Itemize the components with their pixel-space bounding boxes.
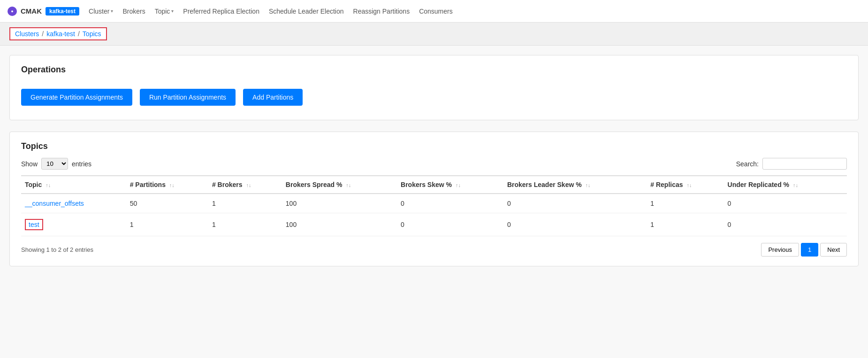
search-box: Search: (736, 158, 847, 170)
breadcrumb: Clusters / kafka-test / Topics (9, 27, 107, 40)
cell-partitions: 50 (126, 194, 208, 213)
table-row: test111000010 (21, 213, 847, 236)
operations-section: Operations Generate Partition Assignment… (9, 55, 859, 120)
col-brokers[interactable]: # Brokers ↑↓ (208, 176, 282, 194)
col-partitions[interactable]: # Partitions ↑↓ (126, 176, 208, 194)
nav-consumers[interactable]: Consumers (419, 8, 453, 15)
nav-brokers[interactable]: Brokers (122, 8, 145, 15)
sort-icon-replicas: ↑↓ (686, 182, 692, 188)
sort-icon-skew: ↑↓ (456, 182, 461, 188)
brand-label: CMAK (21, 7, 42, 15)
topics-section: Topics Show 10 25 50 100 entries Search: (9, 132, 859, 266)
run-partition-assignments-button[interactable]: Run Partition Assignments (140, 89, 236, 106)
nav-cluster[interactable]: Cluster ▾ (89, 8, 113, 15)
chevron-down-icon-2: ▾ (171, 8, 174, 14)
breadcrumb-bar: Clusters / kafka-test / Topics (0, 23, 868, 46)
topics-table: Topic ↑↓ # Partitions ↑↓ # Brokers ↑↓ Br… (21, 175, 847, 236)
search-label: Search: (736, 160, 759, 168)
table-footer: Showing 1 to 2 of 2 entries Previous 1 N… (21, 243, 847, 257)
table-header-row: Topic ↑↓ # Partitions ↑↓ # Brokers ↑↓ Br… (21, 176, 847, 194)
chevron-down-icon: ▾ (111, 8, 113, 14)
col-skew[interactable]: Brokers Skew % ↑↓ (397, 176, 503, 194)
operations-title: Operations (21, 65, 847, 75)
cell-replicas: 1 (647, 213, 723, 236)
breadcrumb-kafka-test[interactable]: kafka-test (46, 30, 75, 38)
pagination: Previous 1 Next (761, 243, 847, 257)
showing-text: Showing 1 to 2 of 2 entries (21, 246, 93, 253)
breadcrumb-clusters[interactable]: Clusters (15, 30, 39, 38)
cell-under_replicated: 0 (724, 213, 847, 236)
cell-leader_skew: 0 (503, 213, 647, 236)
nav-schedule-leader[interactable]: Schedule Leader Election (269, 8, 344, 15)
breadcrumb-sep-2: / (78, 30, 80, 38)
entries-label: entries (72, 160, 91, 168)
sort-icon-partitions: ↑↓ (169, 182, 175, 188)
col-leader-skew[interactable]: Brokers Leader Skew % ↑↓ (503, 176, 647, 194)
show-label: Show (21, 160, 38, 168)
cell-skew: 0 (397, 213, 503, 236)
navbar: ● CMAK kafka-test Cluster ▾ Brokers Topi… (0, 0, 868, 23)
nav-topic[interactable]: Topic ▾ (155, 8, 174, 15)
topic-link[interactable]: __consumer_offsets (25, 200, 84, 207)
table-row: __consumer_offsets5011000010 (21, 194, 847, 213)
sort-icon-leader-skew: ↑↓ (586, 182, 591, 188)
brand-icon: ● (8, 7, 17, 16)
topic-cell: __consumer_offsets (21, 194, 126, 213)
sort-icon-topic: ↑↓ (46, 182, 51, 188)
search-input[interactable] (762, 158, 847, 170)
generate-partition-assignments-button[interactable]: Generate Partition Assignments (21, 89, 132, 106)
cell-spread: 100 (282, 213, 397, 236)
topic-link-highlighted[interactable]: test (25, 219, 43, 230)
sort-icon-brokers: ↑↓ (246, 182, 251, 188)
brand: ● CMAK kafka-test (8, 7, 79, 16)
previous-page-button[interactable]: Previous (761, 243, 799, 257)
nav-preferred-replica[interactable]: Preferred Replica Election (183, 8, 259, 15)
col-under-replicated[interactable]: Under Replicated % ↑↓ (724, 176, 847, 194)
add-partitions-button[interactable]: Add Partitions (243, 89, 303, 106)
cell-skew: 0 (397, 194, 503, 213)
col-replicas[interactable]: # Replicas ↑↓ (647, 176, 723, 194)
table-controls: Show 10 25 50 100 entries Search: (21, 158, 847, 170)
page-1-button[interactable]: 1 (801, 243, 818, 257)
breadcrumb-sep-1: / (42, 30, 44, 38)
next-page-button[interactable]: Next (820, 243, 847, 257)
cell-leader_skew: 0 (503, 194, 647, 213)
cell-brokers: 1 (208, 213, 282, 236)
show-entries-control: Show 10 25 50 100 entries (21, 158, 91, 170)
col-topic[interactable]: Topic ↑↓ (21, 176, 126, 194)
operations-buttons: Generate Partition Assignments Run Parti… (21, 84, 847, 110)
cell-replicas: 1 (647, 194, 723, 213)
cell-under_replicated: 0 (724, 194, 847, 213)
cluster-badge[interactable]: kafka-test (46, 7, 79, 16)
col-spread[interactable]: Brokers Spread % ↑↓ (282, 176, 397, 194)
cell-spread: 100 (282, 194, 397, 213)
sort-icon-spread: ↑↓ (346, 182, 351, 188)
breadcrumb-topics[interactable]: Topics (83, 30, 101, 38)
cell-partitions: 1 (126, 213, 208, 236)
topic-cell: test (21, 213, 126, 236)
entries-select[interactable]: 10 25 50 100 (41, 158, 68, 170)
cell-brokers: 1 (208, 194, 282, 213)
sort-icon-under-replicated: ↑↓ (793, 182, 798, 188)
main-content: Operations Generate Partition Assignment… (0, 46, 868, 276)
topics-title: Topics (21, 141, 847, 151)
nav-reassign[interactable]: Reassign Partitions (353, 8, 410, 15)
